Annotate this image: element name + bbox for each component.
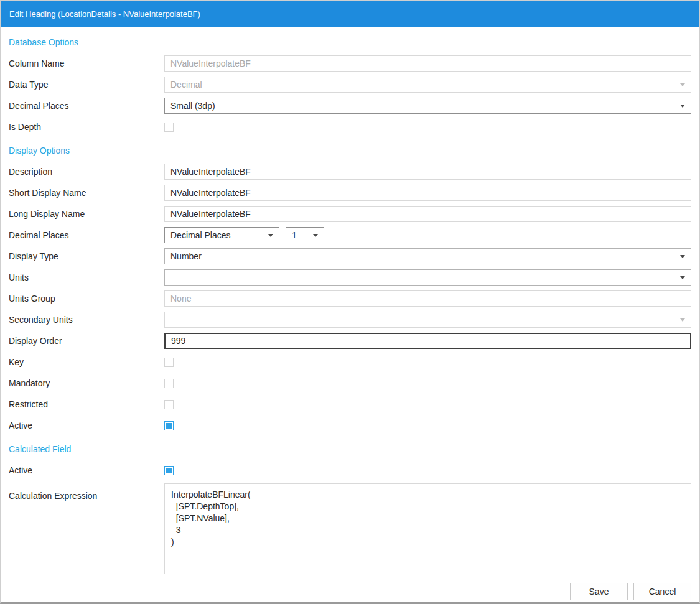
cancel-button[interactable]: Cancel	[633, 583, 691, 600]
display-type-value: Number	[170, 251, 675, 261]
save-button[interactable]: Save	[570, 583, 628, 600]
display-type-label: Display Type	[9, 251, 164, 261]
dialog-content: Database Options Column Name Data Type D…	[1, 37, 699, 600]
description-input[interactable]	[164, 164, 691, 180]
display-decimal-places-count-value: 1	[292, 230, 308, 240]
units-label: Units	[9, 272, 164, 282]
section-heading-database-options: Database Options	[9, 37, 691, 47]
display-decimal-places-count-dropdown[interactable]: 1	[286, 227, 324, 243]
title-bar: Edit Heading (LocationDetails - NValueIn…	[1, 1, 699, 27]
is-depth-label: Is Depth	[9, 122, 164, 132]
long-display-name-label: Long Display Name	[9, 209, 164, 219]
chevron-down-icon	[268, 234, 273, 237]
checkmark-fill	[166, 402, 172, 407]
key-row: Key	[9, 354, 691, 370]
calc-active-label: Active	[9, 465, 164, 475]
checkmark-fill	[166, 468, 172, 473]
short-display-name-input[interactable]	[164, 185, 691, 201]
units-group-input	[164, 290, 691, 307]
secondary-units-row: Secondary Units	[9, 312, 691, 328]
display-order-label: Display Order	[9, 336, 164, 346]
key-label: Key	[9, 357, 164, 367]
key-checkbox[interactable]	[164, 358, 174, 367]
data-type-value: Decimal	[170, 80, 675, 90]
units-group-label: Units Group	[9, 294, 164, 304]
db-decimal-places-value: Small (3dp)	[170, 101, 675, 111]
window-title: Edit Heading (LocationDetails - NValueIn…	[9, 9, 200, 19]
display-order-row: Display Order	[9, 333, 691, 349]
long-display-name-input[interactable]	[164, 206, 691, 222]
calculation-expression-label: Calculation Expression	[9, 483, 164, 501]
display-type-dropdown[interactable]: Number	[164, 248, 691, 264]
chevron-down-icon	[313, 234, 318, 237]
chevron-down-icon	[680, 105, 685, 108]
units-dropdown[interactable]	[164, 269, 691, 286]
secondary-units-dropdown	[164, 312, 691, 328]
checkmark-fill	[166, 423, 172, 429]
display-type-row: Display Type Number	[9, 248, 691, 264]
units-group-row: Units Group	[9, 290, 691, 307]
column-name-row: Column Name	[9, 55, 691, 72]
data-type-label: Data Type	[9, 80, 164, 90]
restricted-row: Restricted	[9, 396, 691, 412]
checkmark-fill	[166, 381, 172, 386]
description-row: Description	[9, 164, 691, 180]
mandatory-checkbox[interactable]	[164, 379, 174, 388]
short-display-name-label: Short Display Name	[9, 188, 164, 198]
mandatory-label: Mandatory	[9, 378, 164, 388]
chevron-down-icon	[680, 255, 685, 258]
display-active-label: Active	[9, 420, 164, 430]
db-decimal-places-row: Decimal Places Small (3dp)	[9, 98, 691, 114]
display-active-row: Active	[9, 417, 691, 434]
display-active-checkbox[interactable]	[164, 421, 174, 430]
chevron-down-icon	[680, 83, 685, 86]
edit-heading-dialog: Edit Heading (LocationDetails - NValueIn…	[0, 0, 700, 604]
calc-active-checkbox[interactable]	[164, 466, 174, 475]
restricted-checkbox[interactable]	[164, 400, 174, 409]
checkmark-fill	[166, 360, 172, 365]
display-decimal-places-mode-value: Decimal Places	[170, 230, 263, 240]
restricted-label: Restricted	[9, 399, 164, 409]
column-name-input	[164, 55, 691, 72]
secondary-units-label: Secondary Units	[9, 315, 164, 325]
section-heading-display-options: Display Options	[9, 146, 691, 156]
display-decimal-places-label: Decimal Places	[9, 230, 164, 240]
calculation-expression-textarea[interactable]: InterpolateBFLinear( [SPT.DepthTop], [SP…	[164, 483, 691, 574]
display-decimal-places-row: Decimal Places Decimal Places 1	[9, 227, 691, 243]
checkmark-fill	[166, 124, 172, 130]
chevron-down-icon	[680, 276, 685, 279]
db-decimal-places-dropdown[interactable]: Small (3dp)	[164, 98, 691, 114]
section-heading-calculated-field: Calculated Field	[9, 444, 691, 454]
units-row: Units	[9, 269, 691, 286]
display-order-input[interactable]	[164, 333, 691, 349]
data-type-dropdown: Decimal	[164, 77, 691, 93]
chevron-down-icon	[680, 318, 685, 322]
calc-active-row: Active	[9, 462, 691, 478]
column-name-label: Column Name	[9, 58, 164, 68]
description-label: Description	[9, 167, 164, 177]
long-display-name-row: Long Display Name	[9, 206, 691, 222]
db-decimal-places-label: Decimal Places	[9, 101, 164, 111]
data-type-row: Data Type Decimal	[9, 77, 691, 93]
short-display-name-row: Short Display Name	[9, 185, 691, 201]
display-decimal-places-mode-dropdown[interactable]: Decimal Places	[164, 227, 279, 243]
mandatory-row: Mandatory	[9, 375, 691, 391]
is-depth-row: Is Depth	[9, 119, 691, 135]
calculation-expression-row: Calculation Expression InterpolateBFLine…	[9, 483, 691, 574]
is-depth-checkbox[interactable]	[164, 123, 174, 132]
dialog-button-bar: Save Cancel	[9, 583, 691, 600]
